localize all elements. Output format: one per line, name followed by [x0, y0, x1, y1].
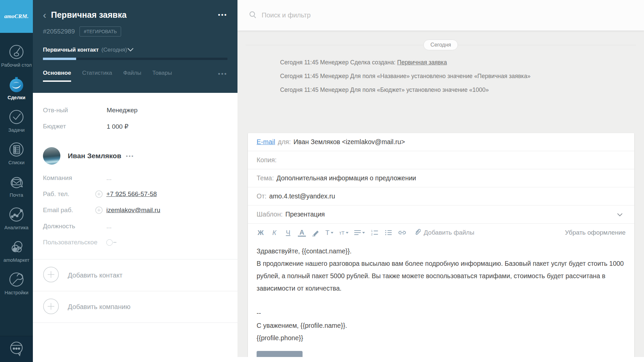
- event-item: Сегодня 11:45 Менеджер Для поля «Названи…: [280, 69, 644, 83]
- to-value[interactable]: Иван Земляков <izemlakov@mail.ru>: [293, 138, 405, 146]
- stage-name: Первичный контакт: [43, 47, 99, 53]
- lead-title: Первичная заявка: [51, 10, 126, 20]
- sidebar-item-label: Списки: [8, 160, 24, 166]
- field-label: Раб. тел.: [43, 190, 95, 198]
- field-label: Отв-ный: [43, 107, 107, 114]
- email-composer: E-mail для: Иван Земляков <izemlakov@mai…: [248, 133, 634, 362]
- contact-email-link[interactable]: izemlakov@mail.ru: [106, 206, 160, 214]
- add-company-button[interactable]: Добавить компанию: [33, 291, 237, 323]
- bottom-strip: [237, 357, 644, 362]
- contact-phone-link[interactable]: +7 925 566-57-58: [106, 190, 157, 198]
- contact-field-custom: Пользовательское: [33, 234, 237, 250]
- pipeline-stage[interactable]: Первичный контакт (Сегодня): [43, 47, 227, 53]
- app-sidebar: amoCRM. Рабочий стол Сделки: [0, 0, 33, 362]
- italic-button[interactable]: К: [270, 229, 278, 237]
- highlight-button[interactable]: [312, 229, 320, 236]
- sidebar-item-label: Задачи: [8, 127, 25, 133]
- mail-icon: [8, 173, 25, 191]
- lead-more-menu[interactable]: •••: [218, 11, 227, 18]
- event-item: Сегодня 11:45 Менеджер Сделка создана: П…: [280, 56, 644, 69]
- contact-field-work-email: Email раб. izemlakov@mail.ru: [33, 202, 237, 218]
- attach-files-button[interactable]: Добавить файлы: [414, 228, 474, 237]
- align-button[interactable]: [354, 230, 365, 236]
- composer-from-row[interactable]: От: amo.4.test@yandex.ru: [248, 187, 634, 205]
- tab-statistics[interactable]: Статистика: [82, 66, 112, 82]
- link-button[interactable]: [398, 230, 406, 235]
- sidebar-item-analytics[interactable]: Аналитика: [0, 202, 33, 235]
- to-label: для:: [278, 138, 291, 146]
- lead-header: ‹ Первичная заявка ••• #20552989 #ТЕГИРО…: [33, 0, 237, 93]
- day-divider: Сегодня: [237, 40, 644, 50]
- search-input[interactable]: [262, 11, 564, 19]
- tab-files[interactable]: Файлы: [123, 66, 141, 82]
- composer-subject-row[interactable]: Тема: Дополнительная информация о предло…: [248, 169, 634, 187]
- ordered-list-button[interactable]: 12: [371, 229, 379, 236]
- font-color-button[interactable]: A: [298, 229, 306, 237]
- sidebar-item-market[interactable]: amoМаркет: [0, 235, 33, 267]
- add-phone-icon[interactable]: [95, 190, 106, 198]
- field-value[interactable]: ...: [106, 223, 112, 230]
- contact-avatar[interactable]: [43, 147, 60, 165]
- field-value[interactable]: 1 000 ₽: [107, 123, 128, 130]
- email-type-link[interactable]: E-mail: [257, 138, 275, 146]
- bullet-list-button[interactable]: [384, 229, 392, 236]
- clear-formatting-button[interactable]: Убрать оформление: [565, 229, 626, 236]
- stage-progress-bar: [43, 58, 227, 60]
- add-contact-button[interactable]: Добавить контакт: [33, 259, 237, 291]
- amocrm-logo[interactable]: amoCRM.: [0, 0, 33, 33]
- sidebar-nav: Рабочий стол Сделки Задачи: [0, 33, 33, 300]
- body-line: Здравствуйте, {{contact.name}}.: [257, 245, 626, 257]
- contact-card: Иван Земляков •••: [33, 147, 237, 165]
- font-size-button[interactable]: тТ: [339, 230, 348, 236]
- chat-bubble-icon: [8, 340, 25, 359]
- sidebar-item-label: Почта: [10, 192, 23, 198]
- add-email-icon[interactable]: [95, 206, 106, 214]
- attach-files-label: Добавить файлы: [424, 229, 474, 236]
- dashboard-icon: [8, 43, 25, 61]
- contact-more-menu[interactable]: •••: [126, 153, 135, 159]
- paperclip-icon: [414, 228, 424, 237]
- field-budget: Бюджет 1 000 ₽: [33, 118, 237, 134]
- from-value[interactable]: amo.4.test@yandex.ru: [269, 192, 335, 200]
- email-body-editor[interactable]: Здравствуйте, {{contact.name}}. В продол…: [248, 242, 634, 344]
- stage-date: (Сегодня): [101, 47, 127, 53]
- deals-icon: [8, 76, 25, 93]
- tabs-more-menu[interactable]: •••: [218, 70, 227, 77]
- composer-cc-row[interactable]: Копия:: [248, 151, 634, 169]
- tasks-icon: [8, 108, 25, 126]
- plus-circle-icon: [43, 266, 59, 284]
- back-button[interactable]: ‹: [43, 11, 46, 19]
- event-link[interactable]: Первичная заявка: [397, 59, 447, 66]
- contact-name[interactable]: Иван Земляков: [68, 152, 121, 160]
- custom-field-toggle[interactable]: [106, 239, 116, 246]
- chevron-down-icon[interactable]: [617, 210, 623, 218]
- support-chat-button[interactable]: [0, 336, 33, 362]
- sidebar-item-label: Сделки: [7, 95, 25, 101]
- subject-value[interactable]: Дополнительная информация о предложении: [276, 174, 416, 182]
- sidebar-item-tasks[interactable]: Задачи: [0, 105, 33, 137]
- sidebar-item-settings[interactable]: Настройки: [0, 267, 33, 300]
- add-company-label: Добавить компанию: [68, 303, 130, 311]
- sidebar-item-lists[interactable]: Списки: [0, 137, 33, 170]
- lists-icon: [8, 141, 25, 158]
- tab-main[interactable]: Основное: [43, 66, 71, 82]
- lead-tabs: Основное Статистика Файлы Товары •••: [43, 66, 227, 82]
- add-tag-button[interactable]: #ТЕГИРОВАТЬ: [79, 26, 121, 37]
- sidebar-item-deals[interactable]: Сделки: [0, 72, 33, 105]
- settings-icon: [8, 271, 25, 288]
- sidebar-item-dashboard[interactable]: Рабочий стол: [0, 40, 33, 72]
- tab-products[interactable]: Товары: [152, 66, 172, 82]
- font-family-button[interactable]: T: [325, 229, 333, 237]
- field-responsible: Отв-ный Менеджер: [33, 102, 237, 118]
- body-line: {{profile.phone}}: [257, 332, 626, 344]
- field-value[interactable]: ...: [106, 174, 112, 182]
- template-value[interactable]: Презентация: [285, 210, 325, 218]
- field-value[interactable]: Менеджер: [107, 107, 138, 114]
- chevron-down-icon[interactable]: [127, 47, 134, 53]
- bold-button[interactable]: Ж: [257, 229, 265, 237]
- sidebar-item-mail[interactable]: Почта: [0, 170, 33, 202]
- add-contact-label: Добавить контакт: [68, 272, 122, 279]
- composer-to-row: E-mail для: Иван Земляков <izemlakov@mai…: [248, 133, 634, 151]
- underline-button[interactable]: Ч: [284, 229, 292, 237]
- composer-template-row[interactable]: Шаблон: Презентация: [248, 205, 634, 224]
